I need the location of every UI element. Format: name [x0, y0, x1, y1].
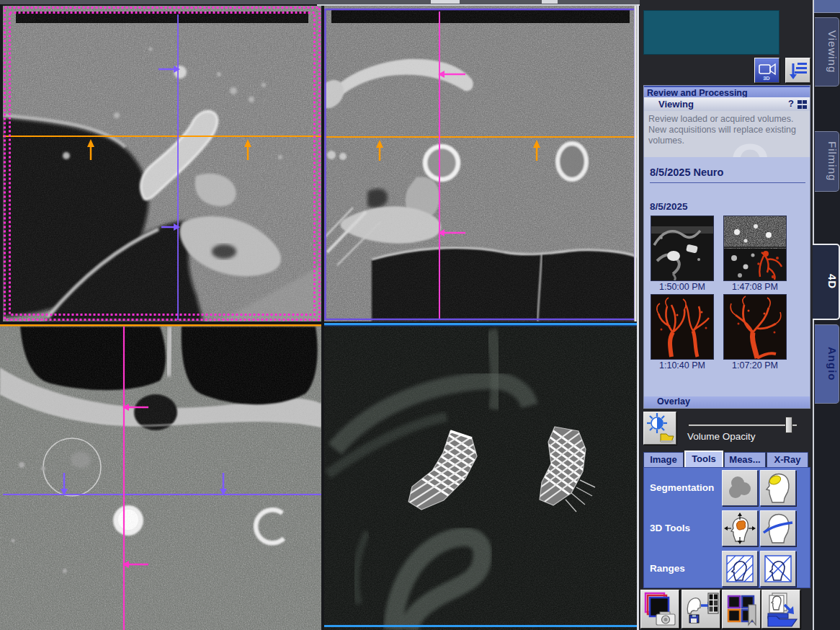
review-processing-panel: Review and Processing Viewing ? Q Review…: [643, 85, 810, 409]
rotate-volume-button[interactable]: [722, 510, 758, 546]
viewport-border-blue-top: [324, 323, 637, 325]
screen-capture-icon: [641, 590, 679, 628]
series-thumbnail-3[interactable]: [651, 294, 714, 360]
panel-header: Review and Processing: [644, 86, 810, 97]
tab-xray[interactable]: X-Ray: [767, 452, 808, 467]
head-region-button[interactable]: [760, 470, 796, 506]
screen-capture-button[interactable]: [640, 590, 679, 629]
tools-panel: Segmentation 3D Tools: [643, 467, 810, 588]
mode-tab-filming[interactable]: Filming: [815, 131, 839, 192]
svg-text:3D: 3D: [763, 75, 770, 81]
3d-tools-label: 3D Tools: [650, 523, 690, 533]
thumbnail-time: 1:10:40 PM: [651, 360, 714, 371]
viewport-3d-volume[interactable]: [324, 323, 637, 630]
cut-plane-icon: [761, 511, 795, 546]
main-sidebar-divider: [637, 4, 639, 630]
overlay-brightness-button[interactable]: [643, 412, 676, 445]
mode-tab-4d[interactable]: 4D: [813, 244, 840, 320]
exam-title-divider: [650, 182, 805, 183]
thumbnail-time: 1:07:20 PM: [723, 360, 787, 371]
volume-opacity-label: Volume Opacity: [687, 431, 756, 442]
layout-grid-icon[interactable]: [797, 100, 807, 109]
tab-tools[interactable]: Tools: [684, 451, 723, 467]
watermark-logo: Q: [730, 133, 769, 157]
mode-tab-strip: Viewing Filming 4D Angio: [813, 0, 840, 630]
series-thumbnail-2[interactable]: [723, 216, 787, 281]
mode-tab-viewing[interactable]: Viewing: [815, 17, 839, 86]
right-sidebar: 3D Review and Processing Viewing ? Q Rev…: [640, 0, 813, 630]
tab-measure[interactable]: Meas...: [724, 452, 766, 467]
help-icon[interactable]: ?: [788, 98, 794, 109]
cut-plane-button[interactable]: [760, 510, 796, 546]
layout-bookmark-button[interactable]: [722, 590, 761, 629]
mode-tab-angio[interactable]: Angio: [815, 324, 839, 404]
patient-info-redacted-box: [643, 10, 779, 55]
range-exclude-button[interactable]: [760, 551, 796, 587]
head-region-icon: [761, 471, 795, 505]
viewport-border-blue-bottom: [324, 625, 637, 627]
ranges-label: Ranges: [650, 563, 685, 574]
series-thumbnail-4[interactable]: [723, 294, 787, 360]
top-strip-fragment: [542, 0, 558, 4]
viewport-coronal-mpr[interactable]: [324, 6, 637, 321]
thumbnail-time: 1:50:00 PM: [651, 282, 714, 292]
tab-image[interactable]: Image: [643, 452, 684, 467]
export-to-folder-icon: [762, 590, 800, 628]
range-exclude-icon: [761, 551, 795, 586]
export-to-folder-button[interactable]: [761, 590, 800, 629]
3d-camera-button[interactable]: 3D: [754, 58, 779, 83]
viewing-section-header: Viewing: [644, 97, 810, 111]
thumbnail-time: 1:47:08 PM: [723, 282, 787, 292]
viewing-description: Q Review loaded or acquired volumes. New…: [644, 111, 810, 157]
viewport-sagittal-mpr[interactable]: [3, 6, 321, 321]
segmentation-label: Segmentation: [650, 482, 714, 493]
save-to-film-button[interactable]: [682, 590, 720, 629]
range-hatch-button[interactable]: [722, 551, 758, 587]
overlay-section-header: Overlay: [644, 396, 810, 408]
range-hatch-icon: [723, 551, 757, 586]
series-date: 8/5/2025: [650, 201, 688, 212]
rotate-volume-icon: [723, 511, 757, 546]
save-to-film-icon: [682, 590, 720, 628]
blob-segment-button[interactable]: [722, 470, 758, 506]
viewport-border-orange: [0, 324, 321, 327]
series-thumbnail-1[interactable]: [651, 216, 714, 281]
tab-strip-cap: [814, 0, 840, 13]
volume-opacity-slider-handle[interactable]: [785, 417, 792, 433]
top-strip-fragment: [431, 0, 460, 4]
volume-opacity-slider[interactable]: [688, 424, 797, 427]
viewport-axial-mpr[interactable]: [0, 324, 321, 630]
layout-bookmark-icon: [723, 590, 760, 628]
exam-title: 8/5/2025 Neuro: [650, 167, 723, 178]
workstation-screen: 3D Review and Processing Viewing ? Q Rev…: [0, 0, 840, 630]
blob-segment-icon: [723, 471, 757, 505]
reorder-list-button[interactable]: [785, 58, 810, 83]
